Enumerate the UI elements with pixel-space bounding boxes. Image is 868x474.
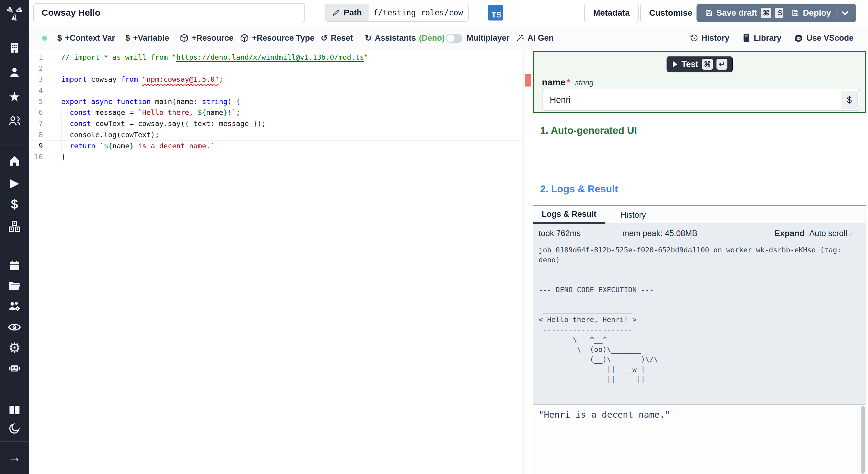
- metadata-button[interactable]: Metadata: [584, 4, 639, 22]
- code-line-3[interactable]: 3import cowsay from "npm:cowsay@1.5.0";: [29, 74, 523, 85]
- package-icon: [240, 33, 249, 42]
- code-line-5[interactable]: 5export async function main(name: string…: [29, 96, 523, 107]
- autoscroll-label[interactable]: Auto scroll: [809, 224, 847, 243]
- code-line-6[interactable]: 6 const message = `Hello there, ${name}!…: [29, 107, 523, 118]
- calendar-icon: [8, 259, 21, 272]
- add-variable-button[interactable]: $ +Variable: [125, 26, 169, 50]
- customise-button[interactable]: Customise: [640, 4, 701, 22]
- folder-icon: [8, 279, 21, 293]
- chevron-down-icon[interactable]: [842, 8, 849, 16]
- logo-box[interactable]: [0, 0, 29, 26]
- code-line-2[interactable]: 2: [29, 63, 523, 74]
- line-number: 9: [29, 141, 43, 152]
- metadata-label: Metadata: [593, 8, 629, 18]
- typescript-badge-label: TS: [492, 10, 501, 20]
- history-button[interactable]: History: [689, 26, 730, 50]
- sidebar-item-folders[interactable]: [0, 279, 29, 293]
- variable-picker-button[interactable]: $: [841, 91, 858, 109]
- library-button[interactable]: Library: [742, 26, 781, 50]
- test-button[interactable]: Test ⌘ ↵: [666, 56, 733, 72]
- tab-history-label: History: [621, 210, 646, 220]
- add-resource-button[interactable]: +Resource: [180, 26, 234, 50]
- sidebar-item-resources[interactable]: [0, 219, 29, 233]
- sidebar-item-schedules[interactable]: [0, 259, 29, 273]
- save-draft-button[interactable]: Save draft ⌘ S: [696, 4, 794, 22]
- building-icon: [8, 41, 21, 54]
- code-line-4[interactable]: 4: [29, 85, 523, 96]
- reset-label: Reset: [331, 33, 353, 43]
- code-line-10[interactable]: 10}: [29, 151, 523, 162]
- required-asterisk: *: [567, 77, 570, 87]
- arg-label-row: name * string: [542, 77, 593, 87]
- user-icon: [8, 66, 21, 79]
- line-number: 1: [29, 52, 43, 63]
- star-icon: ★: [8, 90, 20, 103]
- add-variable-label: +Variable: [133, 33, 169, 43]
- play-icon: ▶: [10, 177, 19, 189]
- add-context-var-button[interactable]: $ +Context Var: [57, 26, 115, 50]
- sidebar-item-workspace[interactable]: [0, 41, 29, 55]
- code-line-1[interactable]: 1// import * as wmill from "https://deno…: [29, 52, 523, 63]
- add-resource-type-button[interactable]: +Resource Type: [240, 26, 314, 50]
- ai-gen-label: AI Gen: [527, 33, 554, 43]
- dollar-icon: $: [125, 33, 130, 43]
- code-line-8[interactable]: 8 console.log(cowText);: [29, 129, 523, 141]
- gear-icon: ⚙: [8, 341, 21, 355]
- sidebar-item-settings[interactable]: ⚙: [0, 341, 29, 355]
- deploy-button[interactable]: Deploy: [783, 4, 856, 22]
- path-edit-button[interactable]: Path: [326, 4, 369, 21]
- sidebar-item-home[interactable]: [0, 154, 29, 168]
- line-number: 7: [29, 118, 43, 129]
- save-icon: [705, 9, 713, 17]
- sidebar-item-variables[interactable]: $: [0, 198, 29, 211]
- section-logs-result: 2. Logs & Result: [540, 183, 618, 195]
- sidebar-item-dark-mode[interactable]: [0, 421, 29, 436]
- tab-history[interactable]: History: [612, 206, 654, 224]
- code-line-9[interactable]: 9 return `${name} is a decent name.`: [29, 141, 523, 152]
- assistants-button[interactable]: ↻ Assistants (Deno): [365, 26, 445, 50]
- multiplayer-toggle[interactable]: [446, 34, 462, 43]
- left-sidebar: ★ ▶ $ ⚙: [0, 0, 29, 474]
- overview-ruler-error-marker: [525, 74, 531, 87]
- sidebar-item-workers[interactable]: [0, 300, 29, 314]
- editor-toolbar: $ +Context Var $ +Variable +Resource +Re…: [29, 26, 868, 50]
- sidebar-item-audit-logs[interactable]: [0, 320, 29, 334]
- tab-logs-result-label: Logs & Result: [541, 210, 596, 219]
- code-editor[interactable]: 1// import * as wmill from "https://deno…: [29, 50, 532, 474]
- result-scrollbar[interactable]: [861, 406, 865, 474]
- sidebar-item-ai[interactable]: [0, 361, 29, 375]
- sidebar-item-docs[interactable]: [0, 403, 29, 417]
- wand-icon: [516, 33, 524, 42]
- sidebar-item-runs[interactable]: ▶: [0, 176, 29, 190]
- sidebar-divider: [0, 441, 29, 442]
- line-number: 10: [29, 151, 43, 162]
- ai-gen-button[interactable]: AI Gen: [516, 26, 554, 50]
- sidebar-item-favorites[interactable]: ★: [0, 90, 29, 104]
- reset-button[interactable]: ↺ Reset: [321, 26, 353, 50]
- tab-logs-result[interactable]: Logs & Result: [533, 206, 605, 224]
- use-vscode-button[interactable]: Use VScode: [794, 26, 854, 50]
- users-gear-icon: [8, 300, 21, 313]
- log-output: job 0189d64f-812b-525e-f020-652bd9da1100…: [538, 245, 841, 384]
- path-label: Path: [344, 8, 362, 18]
- memory-stat: mem peak: 45.08MB: [622, 224, 698, 243]
- cubes-icon: [8, 220, 21, 233]
- line-number: 6: [29, 107, 43, 118]
- path-input[interactable]: [369, 4, 468, 21]
- preview-panel: Test ⌘ ↵ name * string $ 1. Auto-generat…: [532, 50, 868, 474]
- package-icon: [180, 33, 189, 42]
- enter-key-badge: ↵: [716, 59, 727, 70]
- arg-name-input[interactable]: [542, 95, 841, 105]
- books-icon: [8, 403, 21, 416]
- editor-right-edge: [523, 50, 524, 474]
- code-line-7[interactable]: 7 const cowText = cowsay.say({ text: mes…: [29, 118, 523, 129]
- sidebar-item-user[interactable]: [0, 65, 29, 79]
- check-icon[interactable]: ✓: [848, 224, 855, 243]
- sidebar-item-groups[interactable]: [0, 114, 29, 128]
- arg-input-wrap: $: [542, 89, 860, 111]
- sidebar-expand-button[interactable]: →: [0, 450, 29, 464]
- arg-type: string: [575, 79, 593, 87]
- script-title-input[interactable]: [33, 3, 305, 22]
- undo-icon: ↺: [321, 33, 328, 43]
- expand-button[interactable]: Expand: [774, 224, 805, 243]
